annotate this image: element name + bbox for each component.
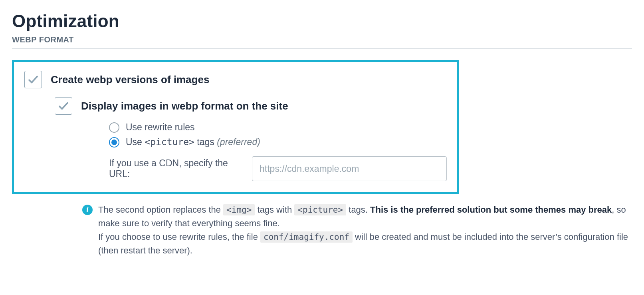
webp-info-note: i The second option replaces the <img> t…: [82, 203, 632, 257]
text: If you choose to use rewrite rules, the …: [98, 232, 260, 242]
cdn-url-input[interactable]: [252, 156, 447, 181]
display-webp-label: Display images in webp format on the sit…: [81, 97, 447, 115]
text: Use: [126, 137, 145, 147]
radio-rewrite-label: Use rewrite rules: [126, 122, 195, 133]
check-icon: [57, 100, 69, 112]
create-webp-label: Create webp versions of images: [51, 71, 209, 88]
text: tags: [194, 137, 217, 147]
preferred-hint: (preferred): [217, 137, 260, 147]
cdn-url-label: If you use a CDN, specify the URL:: [109, 158, 245, 179]
radio-rewrite-rules[interactable]: Use rewrite rules: [109, 122, 447, 133]
webp-settings-panel: Create webp versions of images Display i…: [12, 60, 459, 194]
info-icon: i: [82, 205, 93, 215]
note-text: The second option replaces the <img> tag…: [98, 203, 632, 257]
radio-picture-label: Use <picture> tags (preferred): [126, 137, 260, 148]
text: The second option replaces the: [98, 205, 223, 215]
bold-text: This is the preferred solution but some …: [370, 205, 612, 215]
radio-icon-selected: [109, 137, 119, 148]
text: tags.: [346, 205, 370, 215]
radio-icon: [109, 122, 119, 133]
display-webp-checkbox[interactable]: [55, 97, 72, 115]
page-title: Optimization: [12, 11, 632, 31]
webp-method-radiogroup: Use rewrite rules Use <picture> tags (pr…: [109, 122, 447, 148]
radio-picture-tags[interactable]: Use <picture> tags (preferred): [109, 137, 447, 148]
code-text: conf/imagify.conf: [260, 231, 353, 243]
code-text: <picture>: [294, 204, 346, 215]
check-icon: [27, 74, 39, 86]
code-text: <img>: [223, 204, 255, 215]
code-text: <picture>: [145, 137, 194, 147]
create-webp-checkbox[interactable]: [24, 71, 42, 88]
text: tags with: [255, 205, 294, 215]
section-heading-webp: WEBP FORMAT: [12, 35, 632, 49]
